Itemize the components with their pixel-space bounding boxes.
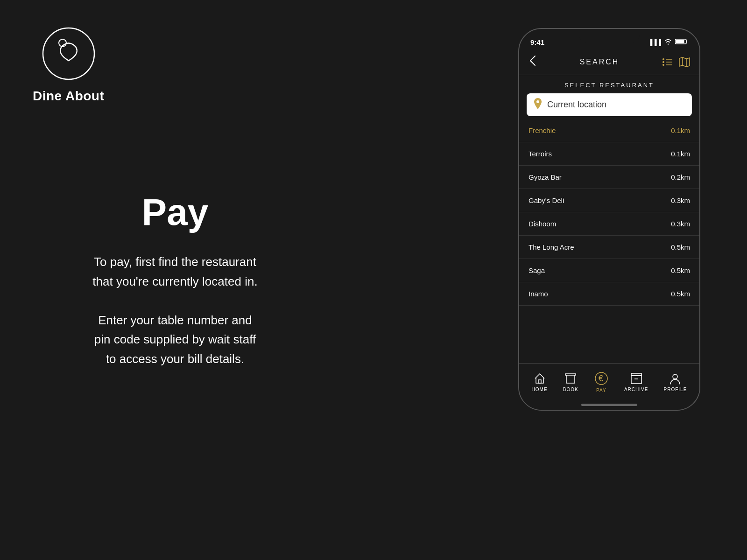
svg-point-2: [668, 44, 669, 45]
wifi-icon: [664, 38, 672, 46]
signal-icon: ▐▐▐: [648, 39, 661, 46]
svg-point-0: [43, 28, 94, 79]
restaurant-item-frenchie[interactable]: Frenchie 0.1km: [519, 119, 699, 142]
svg-marker-11: [679, 57, 690, 67]
restaurant-name: Terroirs: [529, 150, 552, 158]
nav-label-book: BOOK: [563, 387, 578, 392]
svg-point-14: [536, 100, 539, 103]
restaurant-list: Frenchie 0.1km Terroirs 0.1km Gyoza Bar …: [519, 119, 699, 306]
nav-label-profile: PROFILE: [664, 387, 687, 392]
restaurant-distance: 0.3km: [671, 220, 690, 228]
svg-rect-23: [631, 376, 641, 384]
nav-label-pay: PAY: [596, 388, 606, 393]
pay-icon: €: [594, 371, 609, 386]
app-header: SEARCH: [519, 49, 699, 75]
restaurant-item-dishoom[interactable]: Dishoom 0.3km: [519, 212, 699, 236]
phone-frame: 9:41 ▐▐▐: [518, 28, 700, 411]
nav-item-home[interactable]: HOME: [532, 372, 548, 392]
logo-text: Dine About: [33, 89, 104, 104]
location-pin-icon: [533, 98, 543, 112]
search-box[interactable]: Current location: [527, 93, 692, 116]
restaurant-distance: 0.1km: [671, 126, 690, 134]
nav-item-profile[interactable]: PROFILE: [664, 372, 687, 392]
bottom-nav: HOME BOOK € PAY: [519, 363, 699, 410]
phone-notch: [579, 29, 640, 43]
restaurant-name: Dishoom: [529, 220, 556, 228]
svg-point-25: [673, 374, 677, 379]
restaurant-name: Frenchie: [529, 126, 556, 134]
restaurant-item-the-long-acre[interactable]: The Long Acre 0.5km: [519, 236, 699, 259]
restaurant-item-gyoza-bar[interactable]: Gyoza Bar 0.2km: [519, 166, 699, 189]
back-button[interactable]: [529, 54, 537, 70]
status-icons: ▐▐▐: [648, 38, 688, 46]
page-title: Pay: [47, 191, 303, 234]
header-icons: [662, 57, 690, 67]
restaurant-name: The Long Acre: [529, 243, 574, 251]
list-icon[interactable]: [662, 58, 672, 66]
restaurant-item-inamo[interactable]: Inamo 0.5km: [519, 282, 699, 306]
restaurant-item-terroirs[interactable]: Terroirs 0.1km: [519, 142, 699, 166]
left-content: Pay To pay, first find the restaurant th…: [0, 191, 350, 369]
svg-point-9: [662, 64, 664, 66]
svg-point-5: [662, 58, 664, 60]
restaurant-name: Gaby's Deli: [529, 196, 564, 204]
battery-icon: [675, 38, 688, 46]
home-indicator: [581, 404, 637, 406]
svg-rect-16: [565, 374, 576, 375]
svg-point-7: [662, 61, 664, 63]
status-time: 9:41: [530, 38, 544, 46]
restaurant-distance: 0.5km: [671, 290, 690, 298]
header-title: SEARCH: [580, 58, 620, 66]
nav-label-home: HOME: [532, 387, 548, 392]
restaurant-name: Inamo: [529, 290, 548, 298]
restaurant-name: Saga: [529, 266, 545, 274]
map-icon[interactable]: [679, 57, 690, 67]
nav-item-pay[interactable]: € PAY: [594, 371, 609, 393]
phone-mockup: 9:41 ▐▐▐: [518, 28, 700, 411]
restaurant-distance: 0.2km: [671, 173, 690, 181]
page-description: To pay, first find the restaurant that y…: [47, 252, 303, 369]
restaurant-item-saga[interactable]: Saga 0.5km: [519, 259, 699, 282]
search-input[interactable]: Current location: [547, 100, 606, 110]
logo-icon: [38, 23, 99, 84]
restaurant-distance: 0.3km: [671, 196, 690, 204]
logo-area: Dine About: [33, 23, 104, 104]
book-icon: [564, 372, 577, 385]
restaurant-distance: 0.1km: [671, 150, 690, 158]
home-icon: [533, 372, 546, 385]
svg-rect-4: [676, 40, 684, 43]
restaurant-name: Gyoza Bar: [529, 173, 562, 181]
profile-icon: [669, 372, 682, 385]
nav-label-archive: ARCHIVE: [624, 387, 648, 392]
select-restaurant-label: SELECT RESTAURANT: [519, 75, 699, 93]
svg-rect-15: [538, 380, 541, 383]
restaurant-distance: 0.5km: [671, 266, 690, 274]
restaurant-item-gabys-deli[interactable]: Gaby's Deli 0.3km: [519, 189, 699, 212]
archive-icon: [630, 372, 643, 385]
nav-item-archive[interactable]: ARCHIVE: [624, 372, 648, 392]
nav-item-book[interactable]: BOOK: [563, 372, 578, 392]
restaurant-distance: 0.5km: [671, 243, 690, 251]
svg-text:€: €: [599, 374, 603, 383]
